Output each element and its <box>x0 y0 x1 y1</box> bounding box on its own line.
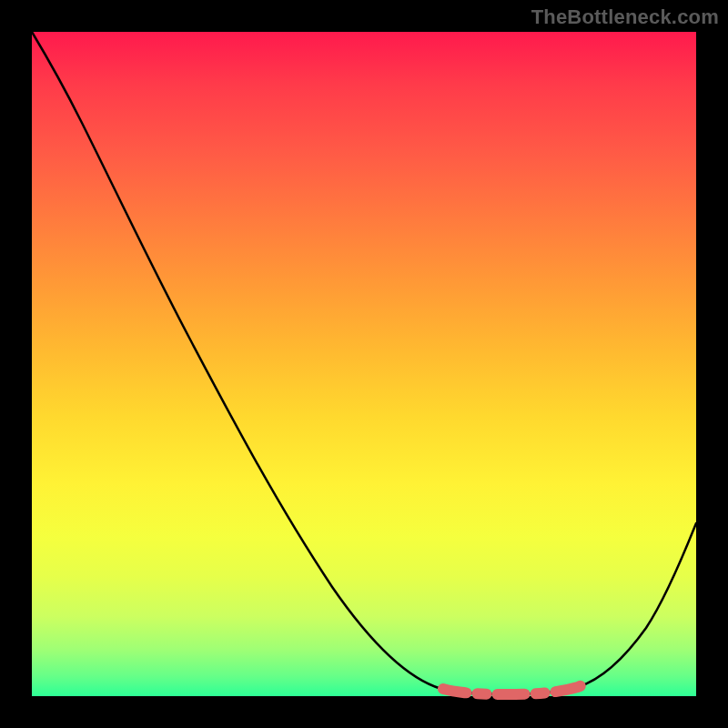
plot-area <box>32 32 696 696</box>
trough-highlight <box>443 682 589 694</box>
bottleneck-curve <box>32 32 696 694</box>
watermark-text: TheBottleneck.com <box>531 5 719 29</box>
curve-svg <box>32 32 696 696</box>
chart-frame: TheBottleneck.com <box>0 0 728 728</box>
